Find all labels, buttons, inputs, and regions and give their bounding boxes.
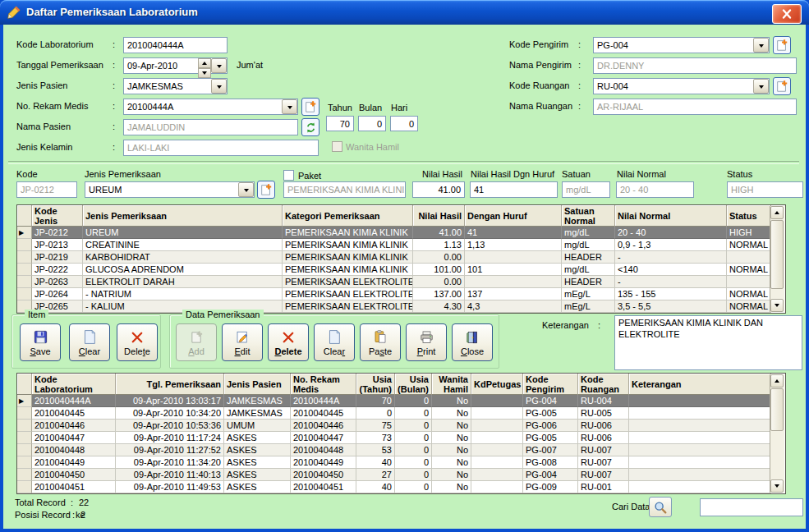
close-button[interactable]	[772, 4, 802, 24]
window-title: Daftar Pemeriksaan Laboratorium	[26, 6, 198, 18]
row-indicator	[17, 407, 32, 420]
table-cell: PEMERIKSAAN ELEKTROLITE	[283, 276, 413, 288]
cari-data-label: Cari Data	[612, 502, 650, 511]
kode-ruangan-label: Kode Ruangan	[509, 80, 569, 90]
table-row[interactable]: JP-0264- NATRIUMPEMERIKSAAN ELEKTROLITE1…	[17, 288, 785, 300]
pemeriksaan-records-grid[interactable]: Kode LaboratoriumTgl. PemeriksaanJenis P…	[16, 373, 786, 494]
close-button-cmd[interactable]: Close	[452, 323, 493, 361]
print-button[interactable]: Print	[406, 323, 447, 361]
dropdown-button[interactable]	[753, 79, 769, 94]
table-row[interactable]: 201004045009-Apr-2010 11:40:13ASKES20100…	[17, 469, 785, 481]
table-row[interactable]: JP-0222GLUCOSA ADRENDOMPEMERIKSAAN KIMIA…	[17, 264, 785, 276]
usia-tahun-field[interactable]: 70	[326, 116, 354, 131]
row-indicator	[17, 481, 32, 493]
scroll-thumb[interactable]	[770, 220, 784, 289]
scroll-thumb[interactable]	[770, 388, 784, 431]
table-row[interactable]: JP-0265- KALIUMPEMERIKSAAN ELEKTROLITE4.…	[17, 300, 785, 313]
table-row[interactable]: 201004044709-Apr-2010 11:17:24ASKES20100…	[17, 432, 785, 444]
date-spinner[interactable]	[198, 58, 211, 73]
grid2-scrollbar[interactable]	[770, 374, 784, 493]
no-rekam-medis-dropdown[interactable]: 20100444A	[123, 99, 298, 115]
nilai-hasil-dgn-huruf-field[interactable]: 41	[470, 181, 558, 198]
table-row[interactable]: 201004044609-Apr-2010 10:53:36UMUM201004…	[17, 420, 785, 432]
add-jenis-pemeriksaan-button[interactable]	[257, 181, 275, 199]
table-cell: 2010040447	[291, 432, 356, 444]
grid1-scrollbar[interactable]	[770, 206, 784, 312]
spinner-down-icon[interactable]	[198, 68, 211, 78]
table-row[interactable]: ▶JP-0212UREUMPEMERIKSAAN KIMIA KLINIK41.…	[17, 227, 785, 239]
dropdown-button[interactable]	[211, 79, 227, 94]
jenis-pasien-dropdown[interactable]: JAMKESMAS	[123, 78, 228, 94]
table-cell: 2010040446	[291, 420, 356, 432]
keterangan-field[interactable]: PEMERIKSAAN KIMIA KLINIK DAN ELEKTROLITE	[614, 315, 802, 370]
label-colon: :	[113, 39, 115, 49]
scroll-down-icon[interactable]	[770, 479, 784, 493]
tanggal-pemeriksaan-field[interactable]: 09-Apr-2010	[123, 57, 228, 74]
table-row[interactable]: ▶2010040444A09-Apr-2010 13:03:17JAMKESMA…	[17, 395, 785, 407]
scroll-down-icon[interactable]	[770, 299, 784, 312]
column-header: Usia (Tahun)	[356, 374, 395, 395]
nilai-hasil-field[interactable]: 41.00	[412, 181, 465, 198]
total-record-label: Total Record	[15, 498, 66, 507]
add-rekam-medis-button[interactable]	[301, 98, 319, 116]
table-cell: JP-0213	[32, 239, 83, 251]
table-cell	[471, 420, 523, 432]
edit-button[interactable]: Edit	[222, 323, 263, 361]
add-ruangan-button[interactable]	[773, 77, 791, 95]
table-cell: 2010040451	[32, 481, 116, 493]
jenis-pemeriksaan-dropdown[interactable]: UREUM	[85, 181, 255, 198]
pemeriksaan-items-grid[interactable]: Kode JenisJenis PemeriksaanKategori Peme…	[16, 204, 786, 314]
dropdown-button[interactable]	[238, 182, 254, 197]
delete-x-icon	[130, 329, 145, 346]
table-cell	[471, 481, 523, 493]
wanita-hamil-label: Wanita Hamil	[346, 142, 399, 152]
usia-bulan-field[interactable]: 0	[358, 116, 386, 131]
add-pengirim-button[interactable]	[773, 36, 791, 54]
column-header: Kode Ruangan	[578, 374, 629, 395]
paket-checkbox[interactable]	[283, 170, 294, 181]
column-header: Kategori Pemeriksaan	[283, 205, 413, 227]
cari-data-input[interactable]	[700, 498, 803, 516]
table-row[interactable]: 201004045109-Apr-2010 11:49:53ASKES20100…	[17, 481, 785, 493]
table-row[interactable]: 201004044509-Apr-2010 10:34:20JAMKESMAS2…	[17, 407, 785, 420]
table-cell: 4,3	[465, 300, 562, 313]
usia-hari-field[interactable]: 0	[390, 116, 418, 131]
search-button[interactable]	[649, 497, 672, 517]
kode-pengirim-dropdown[interactable]: PG-004	[593, 37, 770, 53]
table-cell	[727, 251, 771, 264]
save-button[interactable]: Save	[20, 323, 61, 361]
table-row[interactable]: JP-0219KARBOHIDRATPEMERIKSAAN KIMIA KLIN…	[17, 251, 785, 264]
row-indicator-header	[17, 205, 32, 227]
delete-item-button[interactable]: Delete	[117, 323, 158, 361]
nama-pasien-label: Nama Pasien	[16, 122, 71, 131]
search-icon	[653, 500, 668, 515]
table-cell	[629, 407, 771, 420]
table-cell: 2010040450	[291, 469, 356, 481]
scroll-up-icon[interactable]	[770, 206, 784, 219]
clear-data-button[interactable]: Clear	[314, 323, 355, 361]
date-dropdown-button[interactable]	[211, 58, 227, 73]
label-colon: :	[598, 320, 600, 330]
table-cell: ASKES	[224, 444, 291, 456]
column-header: Satuan Normal	[562, 205, 615, 227]
table-cell	[465, 251, 562, 264]
refresh-button[interactable]	[301, 118, 319, 136]
paste-button[interactable]: Paste	[360, 323, 401, 361]
jenis-kelamin-field: LAKI-LAKI	[123, 140, 319, 156]
kode-ruangan-dropdown[interactable]: RU-004	[593, 78, 770, 94]
delete-data-button[interactable]: Delete	[268, 323, 309, 361]
table-cell: 20 - 40	[615, 227, 727, 239]
table-row[interactable]: 201004044909-Apr-2010 11:34:20ASKES20100…	[17, 456, 785, 469]
kode-laboratorium-field[interactable]: 2010040444A	[123, 37, 228, 53]
table-cell: PG-008	[523, 456, 578, 469]
table-row[interactable]: JP-0213CREATININEPEMERIKSAAN KIMIA KLINI…	[17, 239, 785, 251]
table-cell: 1,13	[465, 239, 562, 251]
clear-item-button[interactable]: Clear	[69, 323, 110, 361]
hari-label: Hari	[391, 103, 407, 112]
table-row[interactable]: JP-0263ELEKTROLIT DARAHPEMERIKSAAN ELEKT…	[17, 276, 785, 288]
dropdown-button[interactable]	[753, 38, 769, 53]
scroll-up-icon[interactable]	[770, 374, 784, 388]
table-row[interactable]: 201004044809-Apr-2010 11:27:52ASKES20100…	[17, 444, 785, 456]
spinner-up-icon[interactable]	[198, 58, 211, 68]
dropdown-button[interactable]	[282, 99, 297, 114]
